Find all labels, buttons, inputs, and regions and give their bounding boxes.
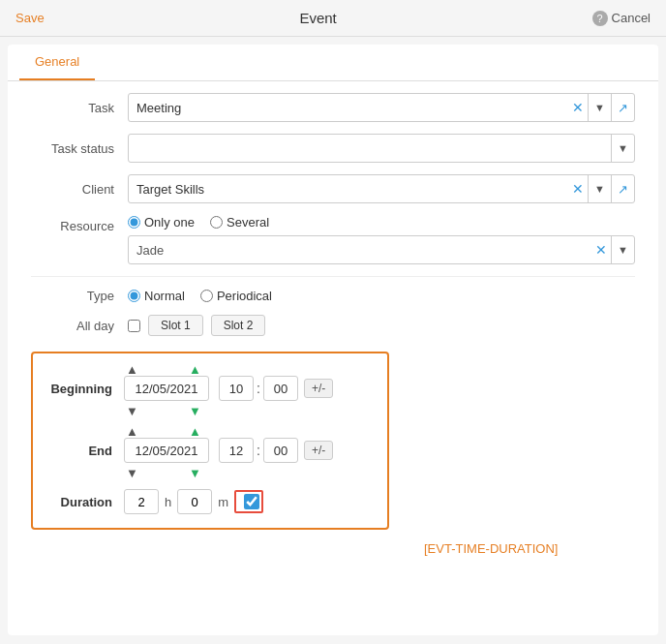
resource-clear-button[interactable]: ✕ xyxy=(591,242,611,258)
beginning-date-up-button[interactable]: ▲ xyxy=(124,363,140,376)
type-radio-group: Normal Periodical xyxy=(128,289,272,303)
allday-control: Slot 1 Slot 2 xyxy=(128,315,635,336)
type-control: Normal Periodical xyxy=(128,289,635,303)
top-bar: Save Event ? Cancel xyxy=(0,0,666,37)
help-icon: ? xyxy=(592,11,608,26)
resource-dropdown-group: Jade ✕ ▼ xyxy=(128,235,635,264)
resource-several-label: Several xyxy=(227,215,269,230)
end-min-input[interactable] xyxy=(263,438,298,463)
resource-several-radio[interactable] xyxy=(210,216,223,229)
beginning-colon: : xyxy=(254,381,263,396)
beginning-label: Beginning xyxy=(46,382,124,396)
cancel-label: Cancel xyxy=(612,11,651,25)
task-clear-button[interactable]: ✕ xyxy=(568,101,588,114)
beginning-time-down-arrows: ▼ xyxy=(187,405,203,417)
type-periodical[interactable]: Periodical xyxy=(200,289,272,303)
beginning-hour-input[interactable] xyxy=(219,376,254,401)
task-status-input-group: ▼ xyxy=(128,134,635,163)
end-up-arrows: ▲ ▲ xyxy=(124,425,374,438)
type-periodical-radio[interactable] xyxy=(200,290,213,302)
end-hour-input[interactable] xyxy=(219,438,254,463)
end-label: End xyxy=(46,444,124,458)
duration-row: Duration h m xyxy=(46,489,374,514)
client-input-group: ✕ ▼ ↗ xyxy=(128,174,635,203)
resource-row: Resource Only one Several Jade ✕ ▼ xyxy=(31,215,635,264)
end-hour-up-button[interactable]: ▲ xyxy=(187,425,203,438)
task-status-label: Task status xyxy=(31,141,128,156)
end-time-down-arrows: ▼ xyxy=(187,467,203,479)
resource-radio-group: Only one Several xyxy=(128,215,269,230)
task-external-button[interactable]: ↗ xyxy=(611,94,634,121)
type-normal-radio[interactable] xyxy=(128,290,140,302)
task-input-group: ✕ ▼ ↗ xyxy=(128,93,635,122)
page-title: Event xyxy=(299,10,336,26)
beginning-down-arrows: ▼ ▼ xyxy=(124,405,374,417)
end-time-up-arrows: ▲ xyxy=(187,425,203,438)
resource-value: Jade xyxy=(129,243,591,258)
resource-several[interactable]: Several xyxy=(210,215,269,230)
beginning-time-up-arrows: ▲ xyxy=(187,363,203,376)
resource-control: Only one Several Jade ✕ ▼ xyxy=(128,215,635,264)
end-date-up-arrows: ▲ xyxy=(124,425,140,438)
end-down-arrows: ▼ ▼ xyxy=(124,467,374,479)
resource-only-one-radio[interactable] xyxy=(128,216,140,229)
save-button[interactable]: Save xyxy=(15,11,45,25)
client-control: ✕ ▼ ↗ xyxy=(128,174,635,203)
type-normal-label: Normal xyxy=(144,289,185,303)
datetime-box: ▲ ▲ Beginning : +/- xyxy=(31,352,389,530)
allday-checkbox[interactable] xyxy=(128,320,140,332)
resource-only-one[interactable]: Only one xyxy=(128,215,195,230)
client-clear-button[interactable]: ✕ xyxy=(568,182,588,196)
form-area: Task ✕ ▼ ↗ Task status ▼ Clien xyxy=(8,81,658,577)
allday-row: All day Slot 1 Slot 2 xyxy=(31,315,635,336)
task-row: Task ✕ ▼ ↗ xyxy=(31,93,635,122)
mins-unit: m xyxy=(218,495,228,509)
tab-general[interactable]: General xyxy=(19,45,95,80)
duration-mins-input[interactable] xyxy=(177,489,212,514)
main-content: General Task ✕ ▼ ↗ Task status ▼ xyxy=(8,45,658,635)
end-date-up-button[interactable]: ▲ xyxy=(124,425,140,438)
duration-checkbox[interactable] xyxy=(244,494,259,509)
client-input[interactable] xyxy=(129,182,568,197)
type-label: Type xyxy=(31,289,128,303)
end-plusminus-button[interactable]: +/- xyxy=(304,441,333,460)
task-label: Task xyxy=(31,101,128,115)
duration-hours-input[interactable] xyxy=(124,489,159,514)
task-dropdown-button[interactable]: ▼ xyxy=(588,94,611,121)
resource-label: Resource xyxy=(31,215,128,233)
beginning-plusminus-button[interactable]: +/- xyxy=(304,379,333,398)
client-label: Client xyxy=(31,182,128,197)
task-input[interactable] xyxy=(129,101,568,115)
beginning-hour-down-button[interactable]: ▼ xyxy=(187,405,203,417)
type-normal[interactable]: Normal xyxy=(128,289,185,303)
task-control: ✕ ▼ ↗ xyxy=(128,93,635,122)
task-status-dropdown-button[interactable]: ▼ xyxy=(611,135,634,162)
beginning-date-down-arrows: ▼ xyxy=(124,405,140,417)
client-dropdown-button[interactable]: ▼ xyxy=(588,175,611,202)
divider-1 xyxy=(31,276,635,277)
beginning-hour-up-button[interactable]: ▲ xyxy=(187,363,203,376)
end-row: End : +/- xyxy=(46,438,374,463)
type-row: Type Normal Periodical xyxy=(31,289,635,303)
cancel-button[interactable]: ? Cancel xyxy=(592,11,651,26)
type-periodical-label: Periodical xyxy=(217,289,272,303)
tabs-bar: General xyxy=(8,45,658,81)
slot1-button[interactable]: Slot 1 xyxy=(148,315,203,336)
beginning-date-up-arrows: ▲ xyxy=(124,363,140,376)
slot2-button[interactable]: Slot 2 xyxy=(211,315,266,336)
beginning-up-arrows: ▲ ▲ xyxy=(124,363,374,376)
hours-unit: h xyxy=(165,495,171,509)
end-date-down-arrows: ▼ xyxy=(124,467,140,479)
end-date-input[interactable] xyxy=(124,438,209,463)
client-external-button[interactable]: ↗ xyxy=(611,175,634,202)
end-date-down-button[interactable]: ▼ xyxy=(124,467,140,479)
allday-label: All day xyxy=(31,319,128,333)
duration-label: Duration xyxy=(46,495,124,509)
client-row: Client ✕ ▼ ↗ xyxy=(31,174,635,203)
beginning-date-down-button[interactable]: ▼ xyxy=(124,405,140,417)
resource-dropdown-button[interactable]: ▼ xyxy=(611,236,634,263)
beginning-min-input[interactable] xyxy=(263,376,298,401)
end-hour-down-button[interactable]: ▼ xyxy=(187,467,203,479)
end-colon: : xyxy=(254,443,263,458)
beginning-date-input[interactable] xyxy=(124,376,209,401)
